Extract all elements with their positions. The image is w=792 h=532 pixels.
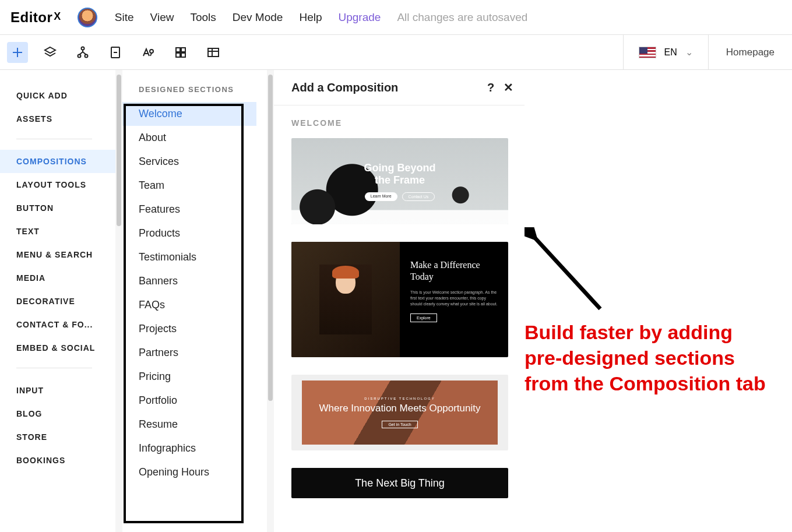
layers-icon[interactable] bbox=[40, 42, 61, 63]
svg-point-4 bbox=[150, 50, 153, 53]
preview-heading: The Next Big Thing bbox=[355, 477, 445, 489]
cat-layout-tools[interactable]: LAYOUT TOOLS bbox=[16, 173, 122, 196]
cat-button[interactable]: BUTTON bbox=[16, 196, 122, 220]
language-selector[interactable]: EN ⌄ bbox=[623, 35, 708, 69]
svg-rect-8 bbox=[181, 53, 185, 57]
cat-contact-forms[interactable]: CONTACT & FO... bbox=[16, 313, 98, 336]
add-panel-categories: QUICK ADD ASSETS COMPOSITIONS LAYOUT TOO… bbox=[0, 70, 122, 532]
section-infographics[interactable]: Infographics bbox=[122, 436, 274, 460]
menu-upgrade[interactable]: Upgrade bbox=[338, 11, 381, 24]
logo-suffix: X bbox=[54, 10, 61, 23]
svg-point-2 bbox=[85, 54, 88, 57]
section-pricing[interactable]: Pricing bbox=[122, 365, 274, 389]
cat-text[interactable]: TEXT bbox=[16, 220, 122, 243]
svg-rect-6 bbox=[181, 48, 185, 52]
section-opening-hours[interactable]: Opening Hours bbox=[122, 460, 274, 484]
top-menu-bar: EditorX Site View Tools Dev Mode Help Up… bbox=[0, 0, 792, 35]
svg-rect-5 bbox=[176, 48, 180, 52]
preview-inner: DISRUPTIVE TECHNOLOGY Where Innovation M… bbox=[302, 380, 498, 445]
cat-media[interactable]: MEDIA bbox=[16, 266, 122, 290]
composition-preview-1[interactable]: Going Beyond the Frame Learn More Contac… bbox=[291, 138, 508, 224]
tree-icon[interactable] bbox=[72, 42, 93, 63]
preview-section-label: WELCOME bbox=[291, 118, 509, 128]
section-portfolio[interactable]: Portfolio bbox=[122, 389, 274, 413]
preview-heading-line2: the Frame bbox=[364, 174, 436, 186]
svg-point-1 bbox=[78, 54, 81, 57]
preview-btn-contact: Contact Us bbox=[402, 192, 435, 201]
menu-help[interactable]: Help bbox=[299, 11, 322, 24]
designed-sections-header: DESIGNED SECTIONS bbox=[122, 70, 274, 102]
cat-decorative[interactable]: DECORATIVE bbox=[16, 290, 122, 313]
scrollbar-track[interactable] bbox=[115, 70, 122, 532]
text-style-icon[interactable] bbox=[138, 42, 159, 63]
autosave-status: All changes are autosaved bbox=[397, 11, 527, 24]
preview-btn-explore: Explore bbox=[410, 313, 437, 322]
close-icon[interactable]: ✕ bbox=[501, 80, 515, 94]
scrollbar-track[interactable] bbox=[267, 70, 274, 532]
portrait-image bbox=[319, 265, 372, 334]
editor-toolbar: EN ⌄ Homepage bbox=[0, 35, 792, 70]
svg-rect-7 bbox=[176, 53, 180, 57]
preview-paragraph: This is your Welcome section paragraph. … bbox=[410, 290, 498, 306]
panel-title: Add a Composition bbox=[291, 81, 398, 94]
cat-menu-search[interactable]: MENU & SEARCH bbox=[16, 243, 122, 266]
composition-preview-panel: Add a Composition ? ✕ WELCOME Going Beyo… bbox=[274, 70, 525, 532]
current-page-label: Homepage bbox=[726, 47, 775, 58]
cat-compositions[interactable]: COMPOSITIONS bbox=[0, 150, 119, 173]
scrollbar-thumb[interactable] bbox=[268, 75, 273, 401]
cat-store[interactable]: STORE bbox=[16, 425, 122, 449]
menu-site[interactable]: Site bbox=[115, 11, 134, 24]
chevron-down-icon: ⌄ bbox=[685, 47, 693, 58]
main-area: QUICK ADD ASSETS COMPOSITIONS LAYOUT TOO… bbox=[0, 70, 792, 532]
menu-view[interactable]: View bbox=[150, 11, 174, 24]
section-resume[interactable]: Resume bbox=[122, 413, 274, 436]
preview-btn-getintouch: Get in Touch bbox=[382, 421, 417, 428]
help-icon[interactable]: ? bbox=[484, 80, 498, 94]
section-projects[interactable]: Projects bbox=[122, 317, 274, 341]
scrollbar-thumb[interactable] bbox=[117, 75, 121, 226]
top-menu: Site View Tools Dev Mode Help Upgrade bbox=[115, 11, 381, 24]
composition-preview-4[interactable]: The Next Big Thing bbox=[291, 468, 508, 498]
preview-text-right: Make a Difference Today This is your Wel… bbox=[400, 242, 508, 357]
language-code: EN bbox=[664, 47, 677, 58]
menu-tools[interactable]: Tools bbox=[190, 11, 216, 24]
logo-text: Editor bbox=[10, 9, 52, 26]
section-team[interactable]: Team bbox=[122, 174, 274, 198]
composition-preview-3[interactable]: DISRUPTIVE TECHNOLOGY Where Innovation M… bbox=[291, 375, 508, 450]
separator bbox=[16, 139, 92, 139]
preview-heading: Make a Difference Today bbox=[410, 259, 498, 283]
cat-assets[interactable]: ASSETS bbox=[16, 107, 122, 131]
user-avatar[interactable] bbox=[78, 8, 97, 27]
page-icon[interactable] bbox=[105, 42, 126, 63]
page-selector[interactable]: Homepage bbox=[708, 35, 792, 69]
menu-devmode[interactable]: Dev Mode bbox=[233, 11, 283, 24]
composition-preview-2[interactable]: Make a Difference Today This is your Wel… bbox=[291, 242, 508, 357]
section-testimonials[interactable]: Testimonials bbox=[122, 245, 274, 269]
section-features[interactable]: Features bbox=[122, 198, 274, 221]
separator bbox=[16, 368, 92, 368]
section-services[interactable]: Services bbox=[122, 150, 274, 174]
preview-heading-line1: Going Beyond bbox=[364, 162, 436, 174]
grid-icon[interactable] bbox=[170, 42, 191, 63]
svg-point-0 bbox=[82, 47, 85, 50]
editorx-logo: EditorX bbox=[10, 9, 61, 26]
cat-embed-social[interactable]: EMBED & SOCIAL bbox=[16, 336, 122, 360]
toolbar-icon-row bbox=[0, 42, 224, 63]
section-partners[interactable]: Partners bbox=[122, 341, 274, 365]
preview-text: Going Beyond the Frame Learn More Contac… bbox=[364, 162, 436, 201]
preview-btn-learn-more: Learn More bbox=[365, 192, 397, 201]
cat-quick-add[interactable]: QUICK ADD bbox=[16, 84, 122, 107]
flag-us-icon bbox=[639, 47, 656, 58]
data-icon[interactable] bbox=[203, 42, 224, 63]
section-about[interactable]: About bbox=[122, 126, 274, 150]
panel-body: WELCOME Going Beyond the Frame Learn Mor… bbox=[274, 105, 525, 498]
cat-bookings[interactable]: BOOKINGS bbox=[16, 449, 122, 472]
cat-blog[interactable]: BLOG bbox=[16, 402, 122, 425]
add-icon[interactable] bbox=[7, 42, 28, 63]
cat-input[interactable]: INPUT bbox=[16, 379, 122, 402]
section-banners[interactable]: Banners bbox=[122, 269, 274, 293]
section-welcome[interactable]: Welcome bbox=[122, 102, 256, 126]
designed-sections-list: DESIGNED SECTIONS Welcome About Services… bbox=[122, 70, 274, 532]
section-faqs[interactable]: FAQs bbox=[122, 293, 274, 317]
section-products[interactable]: Products bbox=[122, 221, 274, 245]
